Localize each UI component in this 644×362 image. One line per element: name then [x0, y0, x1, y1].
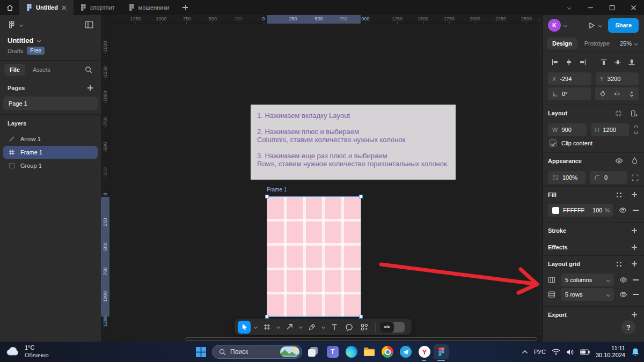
- rows-grid-dropdown[interactable]: 5 rows: [561, 288, 614, 301]
- styles-icon[interactable]: [616, 261, 623, 268]
- taskbar-app-figma-active[interactable]: [434, 344, 449, 359]
- move-tool-button[interactable]: [238, 321, 251, 334]
- opacity-field[interactable]: 100%: [548, 171, 586, 184]
- blend-droplet-icon[interactable]: [632, 157, 638, 165]
- actions-tool-button[interactable]: [358, 321, 371, 334]
- remove-fill-button[interactable]: [633, 210, 639, 211]
- tab-design[interactable]: Design: [547, 38, 577, 49]
- taskbar-app-yandex[interactable]: Y: [418, 345, 431, 358]
- layer-item-frame[interactable]: Frame 1: [3, 146, 98, 159]
- file-tab-sportpit[interactable]: спортпит: [74, 0, 122, 15]
- tab-prototype[interactable]: Prototype: [579, 38, 615, 49]
- selection-handle-nw[interactable]: [265, 195, 269, 198]
- search-button[interactable]: [80, 66, 97, 73]
- independent-corners-icon[interactable]: [632, 174, 639, 181]
- new-tab-button[interactable]: [176, 0, 194, 15]
- toggle-sidebar-button[interactable]: [85, 21, 93, 28]
- height-field[interactable]: H 1200: [591, 123, 630, 136]
- layer-item-arrow[interactable]: Arrow 1: [3, 132, 98, 145]
- home-button[interactable]: [0, 0, 19, 15]
- align-right-icon[interactable]: [579, 58, 587, 66]
- instruction-note[interactable]: 1. Нажимаем вкладку Layout 2. Нажимаем п…: [251, 105, 456, 180]
- clip-content-row[interactable]: Clip content: [543, 138, 644, 152]
- align-left-icon[interactable]: [551, 58, 559, 66]
- wifi-icon[interactable]: [552, 349, 560, 355]
- taskbar-search[interactable]: Поиск: [212, 345, 302, 359]
- corner-radius-field[interactable]: 0: [590, 171, 627, 184]
- tab-assets[interactable]: Assets: [27, 64, 56, 76]
- avatar[interactable]: K: [548, 19, 561, 32]
- fill-opacity-field[interactable]: 100 %: [589, 204, 613, 217]
- hidden-icons-chevron[interactable]: [522, 350, 528, 354]
- eye-icon[interactable]: [615, 158, 623, 164]
- color-swatch[interactable]: [552, 207, 559, 214]
- rotation-field[interactable]: 0°: [548, 87, 591, 100]
- page-item[interactable]: Page 1: [3, 97, 98, 110]
- main-menu-figma-icon[interactable]: [8, 20, 16, 29]
- add-page-button[interactable]: [87, 85, 93, 91]
- clock-widget[interactable]: 11:11 30.10.2024: [596, 345, 625, 359]
- battery-icon[interactable]: [580, 349, 590, 355]
- frame-name-label[interactable]: Frame 1: [267, 187, 287, 193]
- zoom-control[interactable]: 25%: [620, 40, 640, 47]
- flip-horizontal-button[interactable]: [610, 91, 624, 97]
- clip-content-checkbox[interactable]: [549, 139, 557, 147]
- add-effect-button[interactable]: [631, 244, 638, 250]
- x-position-field[interactable]: X -294: [548, 72, 591, 85]
- canvas[interactable]: -1250 -1000 -750 -500 -250 0 250 500 750…: [101, 15, 542, 342]
- file-tab-moshenniki[interactable]: мошенники: [122, 0, 177, 15]
- add-fill-button[interactable]: [631, 191, 638, 198]
- play-options-chevron-icon[interactable]: [598, 23, 602, 27]
- fill-hex-field[interactable]: FFFFFF: [548, 207, 589, 214]
- frame-1-object[interactable]: [267, 197, 361, 316]
- fill-color-control[interactable]: FFFFFF 100 %: [548, 204, 613, 217]
- eye-icon[interactable]: [619, 207, 627, 213]
- shape-tool-button[interactable]: [283, 321, 296, 334]
- maximize-button[interactable]: [601, 0, 623, 15]
- minimize-button[interactable]: [580, 0, 601, 15]
- auto-layout-add-icon[interactable]: [631, 110, 638, 117]
- frame-tool-chevron[interactable]: [275, 326, 281, 328]
- styles-icon[interactable]: [616, 191, 623, 198]
- breadcrumb[interactable]: Drafts: [8, 48, 23, 54]
- weather-widget[interactable]: 1°C Облачно: [5, 344, 49, 359]
- search-highlight-thumbnail[interactable]: [280, 346, 299, 357]
- layer-item-group[interactable]: Group 1: [3, 159, 98, 172]
- account-chevron-icon[interactable]: [564, 23, 567, 27]
- add-stroke-button[interactable]: [631, 227, 638, 234]
- horizontal-scrollbar[interactable]: [185, 337, 537, 341]
- taskbar-app-explorer[interactable]: [363, 345, 376, 358]
- pen-tool-button[interactable]: [305, 321, 318, 334]
- rotate-button[interactable]: [595, 91, 610, 97]
- volume-icon[interactable]: [566, 349, 574, 356]
- align-vertical-center-icon[interactable]: [614, 58, 621, 66]
- add-export-button[interactable]: [631, 312, 638, 318]
- shape-tool-chevron[interactable]: [298, 326, 303, 328]
- language-indicator[interactable]: РУС: [534, 349, 546, 355]
- taskbar-app-edge[interactable]: [345, 345, 358, 358]
- text-tool-button[interactable]: [328, 321, 341, 334]
- help-button[interactable]: ?: [621, 320, 635, 334]
- flip-vertical-button[interactable]: [624, 91, 639, 98]
- close-tab-icon[interactable]: [62, 5, 67, 10]
- resize-to-fit-icon[interactable]: [615, 110, 622, 117]
- dev-mode-toggle[interactable]: </>: [380, 322, 405, 333]
- remove-columns-grid-button[interactable]: [633, 279, 639, 280]
- selection-handle-sw[interactable]: [265, 315, 269, 319]
- align-bottom-icon[interactable]: [628, 58, 635, 66]
- pen-tool-chevron[interactable]: [320, 326, 326, 328]
- start-button[interactable]: [194, 345, 207, 358]
- taskbar-app-teams[interactable]: T: [326, 345, 339, 358]
- remove-rows-grid-button[interactable]: [633, 294, 639, 295]
- constrain-proportions-icon[interactable]: [633, 125, 639, 134]
- selection-handle-ne[interactable]: [359, 195, 363, 198]
- selection-handle-se[interactable]: [359, 315, 363, 319]
- move-tool-chevron[interactable]: [253, 326, 258, 328]
- align-top-icon[interactable]: [600, 58, 608, 66]
- task-view-button[interactable]: [306, 345, 319, 358]
- width-field[interactable]: W 900: [548, 123, 587, 136]
- vertical-scrollbar[interactable]: [538, 19, 540, 334]
- window-menu-button[interactable]: [558, 0, 580, 15]
- frame-tool-button[interactable]: [260, 321, 273, 334]
- file-tab-untitled[interactable]: Untitled: [19, 0, 74, 15]
